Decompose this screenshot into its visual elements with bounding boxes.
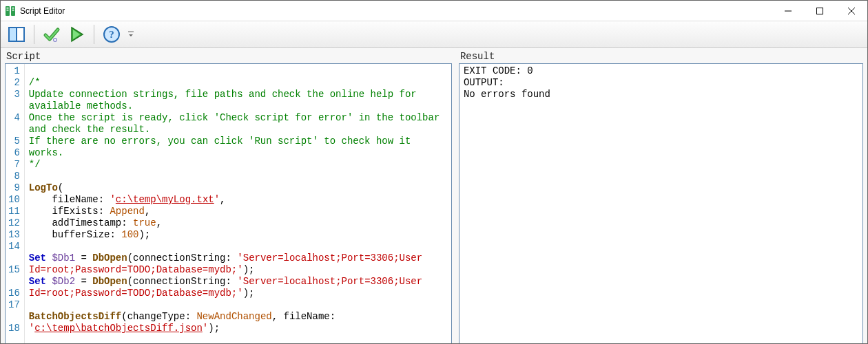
code-line[interactable]: bufferSize: 100);: [29, 229, 447, 241]
help-button[interactable]: ?: [100, 23, 123, 46]
line-number-gutter: 123456789101112131415161718: [6, 64, 25, 344]
code-line[interactable]: /*: [29, 77, 447, 89]
code-line[interactable]: */: [29, 159, 447, 171]
svg-rect-3: [7, 10, 9, 11]
script-panel-label: Script: [5, 51, 452, 63]
maximize-button[interactable]: [804, 1, 836, 21]
minimize-button[interactable]: [772, 1, 804, 21]
toolbar: ?: [1, 21, 867, 48]
code-line[interactable]: Once the script is ready, click 'Check s…: [29, 112, 447, 136]
svg-rect-14: [54, 39, 56, 41]
svg-rect-11: [10, 28, 16, 41]
app-icon: [5, 6, 16, 17]
code-line[interactable]: Update connection strings, file paths an…: [29, 89, 447, 112]
titlebar: Script Editor: [1, 1, 867, 21]
script-editor[interactable]: 123456789101112131415161718 /*Update con…: [5, 63, 452, 344]
toolbar-overflow-icon[interactable]: [127, 31, 134, 38]
window-title: Script Editor: [20, 6, 772, 16]
svg-rect-2: [7, 8, 9, 9]
result-output[interactable]: EXIT CODE: 0 OUTPUT: No errors found: [459, 63, 863, 344]
script-panel: Script 123456789101112131415161718 /*Upd…: [5, 51, 452, 344]
result-panel-label: Result: [459, 51, 863, 63]
svg-text:?: ?: [109, 29, 114, 40]
code-line[interactable]: fileName: 'c:\temp\myLog.txt',: [29, 194, 447, 206]
check-script-button[interactable]: [40, 23, 63, 46]
code-line[interactable]: addTimestamp: true,: [29, 217, 447, 229]
toggle-panels-button[interactable]: [5, 23, 28, 46]
svg-rect-5: [12, 10, 14, 11]
run-script-button[interactable]: [65, 23, 88, 46]
code-line[interactable]: [29, 171, 447, 182]
window-controls: [772, 1, 867, 21]
code-line[interactable]: ifExists: Append,: [29, 206, 447, 217]
toolbar-separator: [34, 25, 34, 44]
code-line[interactable]: If there are no errors, you can click 'R…: [29, 136, 447, 159]
result-panel: Result EXIT CODE: 0 OUTPUT: No errors fo…: [459, 51, 863, 344]
svg-rect-7: [817, 8, 823, 14]
svg-rect-4: [12, 8, 14, 9]
code-line[interactable]: [29, 241, 447, 252]
code-line[interactable]: LogTo(: [29, 182, 447, 194]
code-line[interactable]: [29, 334, 447, 344]
code-line[interactable]: BatchObjectsDiff(changeType: NewAndChang…: [29, 311, 447, 334]
main-area: Script 123456789101112131415161718 /*Upd…: [1, 48, 867, 344]
code-line[interactable]: Set $Db1 = DbOpen(connectionString: 'Ser…: [29, 252, 447, 276]
code-area[interactable]: /*Update connection strings, file paths …: [25, 64, 451, 344]
close-button[interactable]: [836, 1, 867, 21]
code-line[interactable]: [29, 65, 447, 77]
code-line[interactable]: [29, 299, 447, 311]
toolbar-separator: [94, 25, 94, 44]
code-line[interactable]: Set $Db2 = DbOpen(connectionString: 'Ser…: [29, 276, 447, 299]
